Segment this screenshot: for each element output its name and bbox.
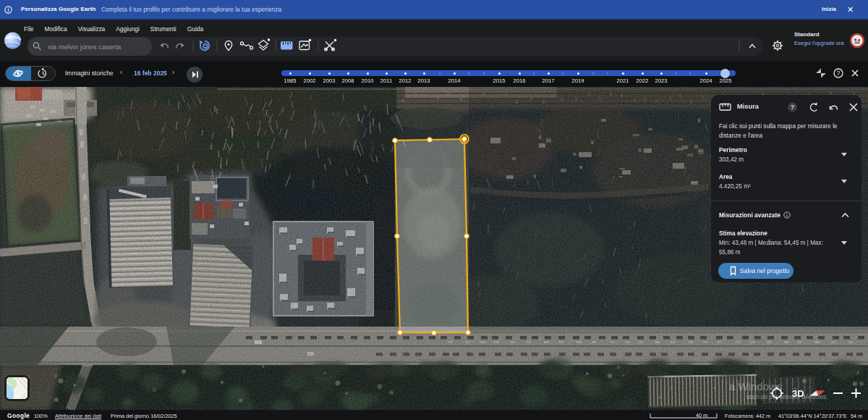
svg-text:a Windows: a Windows (729, 380, 782, 392)
svg-text:3D: 3D (792, 388, 804, 399)
svg-text:?: ? (836, 70, 840, 77)
svg-text:?: ? (791, 104, 795, 111)
